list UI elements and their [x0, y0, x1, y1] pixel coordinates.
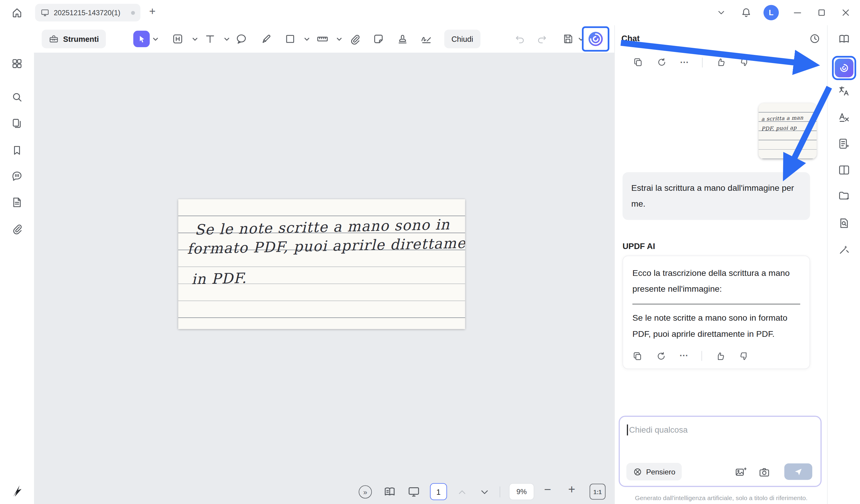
edit-tool-button[interactable] — [172, 33, 184, 45]
sidebar-item-ai-chat[interactable] — [835, 59, 854, 77]
measure-tool-chevron[interactable] — [336, 37, 342, 42]
expand-controls-button[interactable]: » — [359, 486, 372, 499]
edit-tool-chevron[interactable] — [192, 37, 198, 42]
zoom-out-button[interactable]: − — [544, 483, 551, 497]
updf-logo[interactable] — [9, 483, 25, 498]
zoom-value-box[interactable]: 9% — [509, 483, 534, 500]
notifications-button[interactable] — [741, 6, 752, 18]
document-canvas[interactable]: Se le note scritte a mano sono in format… — [34, 53, 614, 504]
document-icon — [11, 197, 23, 208]
sidebar-item-reader[interactable] — [838, 33, 850, 45]
ai-response-card: Ecco la trascrizione della scrittura a m… — [622, 256, 810, 369]
comment-tool-button[interactable] — [235, 33, 247, 45]
regenerate-icon[interactable] — [656, 351, 666, 361]
zoom-in-button[interactable]: + — [568, 483, 575, 497]
measure-tool-button[interactable] — [317, 33, 328, 45]
sidebar-item-translate-text[interactable] — [838, 111, 850, 123]
user-image-thumbnail[interactable]: a scritta a man PDF, puoi ap — [758, 103, 817, 159]
save-button[interactable] — [562, 33, 574, 44]
page-down-button[interactable] — [480, 488, 489, 496]
thinking-label: Pensiero — [646, 467, 675, 476]
select-tool-chevron[interactable] — [153, 37, 159, 42]
send-button[interactable] — [785, 463, 813, 480]
more-actions-icon[interactable]: ··· — [680, 351, 688, 361]
comment-bubble-icon — [11, 170, 23, 182]
thumbs-down-icon[interactable] — [739, 57, 750, 68]
chat-input-box[interactable]: Chiedi qualcosa Pensiero — [619, 416, 822, 487]
user-avatar[interactable]: L — [763, 5, 779, 20]
maximize-button[interactable] — [816, 7, 827, 18]
strumenti-button[interactable]: Strumenti — [42, 30, 106, 48]
sidebar-item-comments[interactable] — [11, 170, 23, 182]
chat-history-button[interactable] — [809, 33, 820, 44]
document-tab[interactable]: 20251215-143720(1) — [35, 4, 141, 21]
sidebar-item-attachments[interactable] — [11, 223, 23, 235]
copy-icon[interactable] — [632, 351, 643, 361]
monitor-icon — [41, 8, 49, 17]
search-icon — [11, 91, 23, 103]
shapes-tool-chevron[interactable] — [304, 37, 310, 42]
sidebar-item-ai-search[interactable] — [838, 217, 850, 229]
stamp-tool-button[interactable] — [397, 33, 408, 45]
new-tab-button[interactable]: + — [149, 5, 156, 16]
shapes-tool-button[interactable] — [284, 33, 296, 45]
redo-icon — [536, 33, 547, 44]
thumbs-up-icon[interactable] — [715, 351, 726, 361]
smart-pen-icon — [838, 244, 850, 256]
close-button[interactable] — [840, 7, 851, 18]
thumbs-down-icon[interactable] — [739, 351, 749, 361]
previous-message-actions: ··· — [633, 57, 750, 68]
chevron-down-icon — [482, 491, 487, 493]
sidebar-item-document[interactable] — [11, 197, 23, 208]
text-tool-chevron[interactable] — [224, 37, 230, 42]
thumbs-up-icon[interactable] — [716, 57, 726, 68]
sidebar-item-ai-pen[interactable] — [838, 244, 850, 256]
signature-tool-button[interactable] — [420, 33, 432, 45]
note-sparkle-icon — [838, 138, 850, 149]
attach-tool-button[interactable] — [349, 33, 361, 45]
sidebar-item-translate[interactable] — [838, 85, 850, 97]
sidebar-item-summarize[interactable] — [838, 138, 850, 149]
sidebar-item-bookmarks[interactable] — [11, 144, 23, 156]
page-up-button[interactable] — [457, 488, 467, 496]
chevron-up-icon — [459, 491, 465, 493]
pen-tool-button[interactable] — [260, 33, 272, 45]
sidebar-item-search[interactable] — [11, 91, 23, 103]
ai-response-body: Se le note scritte a mano sono in format… — [632, 310, 800, 342]
response-divider — [632, 304, 800, 304]
window-titlebar: 20251215-143720(1) + L — [0, 0, 860, 25]
translate-text-icon — [838, 111, 850, 123]
sidebar-item-thumbnails[interactable] — [11, 117, 23, 129]
sidebar-item-apps[interactable] — [11, 58, 23, 70]
copy-icon[interactable] — [633, 57, 644, 68]
more-actions-icon[interactable]: ··· — [680, 57, 689, 67]
add-image-button[interactable] — [735, 467, 747, 478]
handwriting-line-2: formato PDF, puoi aprirle direttamente — [187, 234, 465, 257]
undo-button[interactable] — [515, 33, 526, 44]
chiudi-button[interactable]: Chiudi — [444, 30, 481, 48]
home-button[interactable] — [11, 6, 23, 18]
updf-ai-icon — [587, 30, 604, 48]
thinking-mode-button[interactable]: Pensiero — [627, 463, 682, 480]
book-open-icon — [384, 486, 396, 498]
screenshot-button[interactable] — [758, 467, 770, 478]
select-tool-button[interactable] — [133, 31, 149, 47]
presentation-button[interactable] — [407, 486, 420, 498]
minimize-button[interactable] — [792, 7, 803, 18]
sidebar-item-page-layout[interactable] — [838, 164, 850, 176]
sidebar-item-ai-files[interactable] — [838, 190, 850, 202]
regenerate-icon[interactable] — [657, 57, 667, 68]
reading-mode-button[interactable] — [384, 486, 396, 498]
text-tool-button[interactable] — [204, 33, 216, 45]
history-clock-icon — [809, 33, 820, 44]
two-page-icon — [838, 164, 850, 176]
actual-size-button[interactable]: 1:1 — [589, 484, 605, 500]
page-number-box[interactable]: 1 — [430, 483, 447, 500]
redo-button[interactable] — [536, 33, 547, 44]
document-page[interactable]: Se le note scritte a mano sono in format… — [178, 199, 465, 329]
search-document-icon — [838, 217, 850, 229]
collapse-header-button[interactable] — [716, 8, 726, 18]
ai-assistant-button[interactable] — [587, 30, 604, 48]
sticker-tool-button[interactable] — [372, 33, 384, 45]
text-icon — [204, 33, 216, 45]
